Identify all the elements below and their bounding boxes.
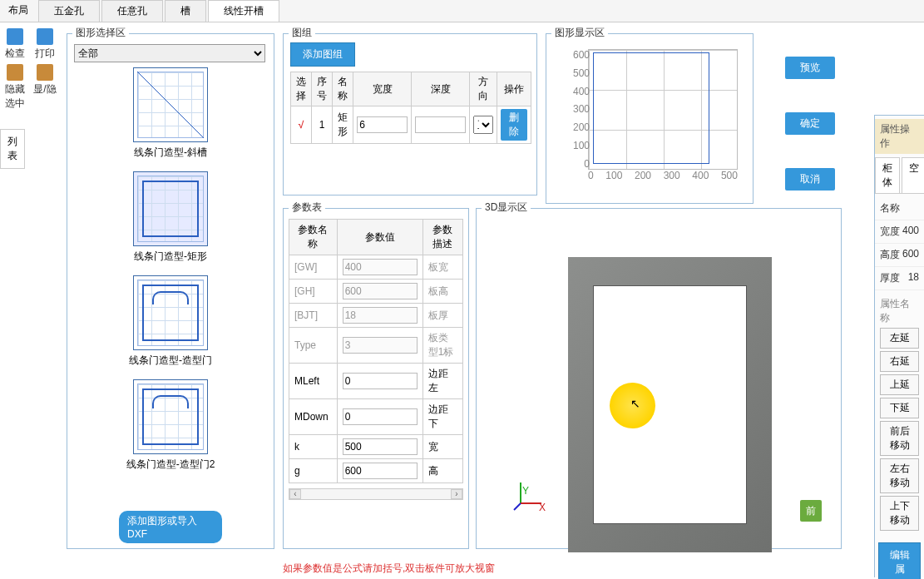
shape-filter[interactable]: 全部 [74,44,265,62]
svg-line-2 [514,503,521,510]
param-title: 参数表 [289,200,325,215]
row-delete[interactable]: 删除 [501,109,527,141]
param-table: 参数名称 参数值 参数描述 [GW] 板宽[GH] 板高[BJT] 板厚Type… [289,219,463,483]
tool-check[interactable]: 检查 [2,28,27,61]
disp-title: 图形显示区 [551,26,608,40]
prop-tab-sec[interactable]: 空 [902,157,924,193]
tab-linear[interactable]: 线性开槽 [208,0,279,22]
tool-hide[interactable]: 隐藏选中 [2,64,27,111]
param-value[interactable] [343,373,418,389]
prop-header: 属性操作 [875,119,924,154]
shape-title: 图形选择区 [72,26,129,40]
preview-button[interactable]: 预览 [785,57,835,79]
row-depth[interactable] [415,116,466,133]
row-width[interactable] [357,116,408,133]
param-row[interactable]: MLeft 边距左 [289,364,463,399]
shape-label-3: 线条门造型-造型门2 [74,458,267,472]
group-table: 选择 序号 名称 宽度 深度 方向 操作 √ 1 矩形 正面 删除 [290,72,531,144]
row-idx: 1 [312,106,333,144]
prop-tab-cabinet[interactable]: 柜体 [875,157,900,193]
prop-ext-button[interactable]: 上延 [880,374,919,395]
axis-gizmo: Y X [512,478,546,513]
shape-item-0[interactable]: 线条门造型-斜槽 [74,67,267,160]
shape-item-2[interactable]: 线条门造型-造型门 [74,275,267,368]
edit-attr-button[interactable]: 编辑属 [878,542,921,579]
view3d-title: 3D显示区 [482,200,531,215]
param-value [343,337,418,354]
chart-2d[interactable]: 600500 400300 200100 0 0100 200300 40050… [571,46,746,191]
view3d-panel: 3D显示区 ↖ Y X 前 [476,208,842,549]
param-panel: 参数表 参数名称 参数值 参数描述 [GW] 板宽[GH] 板高[BJT] 板厚… [283,208,469,549]
group-panel: 图组 添加图组 选择 序号 名称 宽度 深度 方向 操作 √ 1 矩形 正面 删… [283,33,537,195]
shape-label-2: 线条门造型-造型门 [74,354,267,368]
attr-name-label: 属性名称 [880,297,919,325]
left-toolstrip: 检查 打印 隐藏选中 显/隐 [0,25,60,114]
tab-slot[interactable]: 槽 [165,0,206,22]
view3d-canvas[interactable]: ↖ Y X 前 [489,220,828,537]
prop-ext-button[interactable]: 下延 [880,398,919,418]
table-row[interactable]: √ 1 矩形 正面 删除 [291,106,531,144]
tool-show[interactable]: 显/隐 [32,64,57,111]
param-row[interactable]: [BJT] 板厚 [289,304,463,328]
prop-ext-button[interactable]: 左右移动 [880,458,919,493]
param-row[interactable]: [GH] 板高 [289,280,463,304]
import-dxf-button[interactable]: 添加图形或导入DXF [119,511,222,543]
prop-ext-button[interactable]: 右延 [880,351,919,372]
shape-item-1[interactable]: 线条门造型-矩形 [74,171,267,264]
row-check[interactable]: √ [299,119,304,131]
add-group-button[interactable]: 添加图组 [290,42,355,67]
cancel-button[interactable]: 取消 [785,168,835,191]
row-dir[interactable]: 正面 [473,116,493,134]
tab-layout[interactable]: 布局 [0,0,37,22]
param-row[interactable]: MDown 边距下 [289,399,463,435]
prop-ext-button[interactable]: 左延 [880,328,919,349]
prop-ext-button[interactable]: 上下移动 [880,496,919,531]
top-tabs: 布局 五金孔 任意孔 槽 线性开槽 [0,0,924,22]
param-value [343,259,418,275]
param-value [343,307,418,324]
group-title: 图组 [289,26,315,40]
shape-label-1: 线条门造型-矩形 [74,250,267,264]
disp-panel: 图形显示区 600500 400300 200100 0 0100 200300… [546,33,754,204]
param-row[interactable]: Type 板类型1标 [289,328,463,364]
tab-hardware[interactable]: 五金孔 [38,0,100,22]
tool-print[interactable]: 打印 [32,28,57,61]
ok-button[interactable]: 确定 [785,112,835,135]
footer-note: 如果参数值是公式请加括号,双击板件可放大视窗 [283,562,495,576]
cursor-icon: ↖ [630,397,640,410]
row-name: 矩形 [333,106,353,144]
param-row[interactable]: [GW] 板宽 [289,255,463,280]
param-value [343,283,418,299]
param-scrollbar[interactable]: ‹› [289,488,463,500]
side-tab-list[interactable]: 列表 [0,129,25,169]
param-value[interactable] [343,438,418,455]
shape-panel: 图形选择区 全部 线条门造型-斜槽 线条门造型-矩形 线条门造型-造型门 线条门… [67,33,274,549]
param-value[interactable] [343,408,418,425]
param-row[interactable]: k 宽 [289,435,463,459]
param-row[interactable]: g 高 [289,459,463,483]
side-buttons: 预览 确定 取消 [785,57,835,224]
prop-ext-button[interactable]: 前后移动 [880,421,919,456]
front-badge[interactable]: 前 [800,500,822,522]
shape-label-0: 线条门造型-斜槽 [74,146,267,160]
shape-item-3[interactable]: 线条门造型-造型门2 [74,379,267,472]
tab-anyhole[interactable]: 任意孔 [101,0,163,22]
param-value[interactable] [343,463,418,479]
prop-panel: 属性操作 柜体 空 名称 宽度400 高度600 厚度18 属性名称 左延右延上… [874,115,924,577]
